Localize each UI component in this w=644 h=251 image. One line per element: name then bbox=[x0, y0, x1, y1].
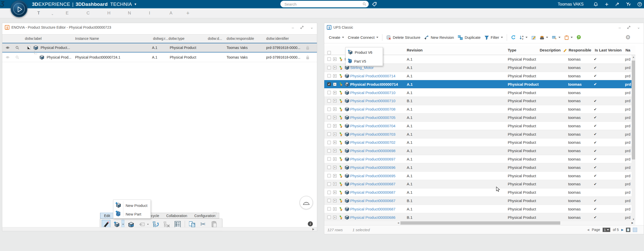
menu-item-new-part[interactable]: New Part bbox=[113, 210, 150, 218]
row-checkbox[interactable] bbox=[327, 205, 331, 213]
row-checkbox[interactable] bbox=[327, 72, 331, 80]
row-checkbox[interactable]: ✔ bbox=[327, 80, 331, 88]
col-instance-name[interactable]: Instance Name bbox=[75, 37, 99, 41]
product-link[interactable]: Physical Product00000695 bbox=[350, 174, 395, 178]
right-panel-minimize-icon[interactable]: – bbox=[619, 25, 621, 30]
add-content-icon[interactable]: + bbox=[605, 2, 608, 7]
visibility-eye-icon[interactable] bbox=[6, 52, 9, 62]
favorite-heart-icon[interactable]: ♡ bbox=[212, 211, 217, 217]
tab-t-chevron-down-icon[interactable]: ⌄ bbox=[51, 12, 54, 16]
search-row-icon[interactable] bbox=[15, 52, 19, 62]
scroll-right-icon[interactable]: ▶ bbox=[312, 228, 314, 230]
product-link[interactable]: Physical Product00000687 bbox=[350, 190, 395, 194]
visibility-eye-icon[interactable] bbox=[6, 43, 9, 52]
duplicate-button[interactable]: Duplicate bbox=[458, 35, 481, 40]
row-expand-icon[interactable]: + bbox=[333, 97, 336, 105]
action-tab-collaboration[interactable]: Collaboration bbox=[163, 213, 191, 219]
delete-structure-button[interactable]: Delete Structure bbox=[386, 35, 420, 40]
ups-table-row[interactable]: + Physical Product00000702 A.1 Physical … bbox=[324, 138, 632, 147]
product-link[interactable]: Physical Product00000705 bbox=[350, 115, 395, 120]
row-expand-icon[interactable]: + bbox=[333, 213, 336, 221]
left-panel-expand-icon[interactable] bbox=[300, 25, 304, 29]
page-view-mode-icon[interactable] bbox=[626, 228, 630, 232]
tab-i[interactable]: I bbox=[149, 11, 150, 16]
row-expand-icon[interactable]: + bbox=[333, 122, 336, 130]
product-link[interactable]: Physical Product00000710 bbox=[350, 91, 395, 95]
product-link[interactable]: Physical Product00000698 bbox=[350, 149, 395, 153]
row-checkbox[interactable] bbox=[327, 188, 331, 196]
ups-table-row[interactable]: + Physical Product00000686 B.1 Physical … bbox=[324, 213, 632, 221]
row-checkbox[interactable] bbox=[327, 114, 331, 122]
row-expand-icon[interactable]: + bbox=[333, 114, 336, 122]
product-link[interactable]: Physical Product00000687 bbox=[350, 207, 395, 211]
ups-table-row[interactable]: + Physical Product00000710 A.1 Physical … bbox=[324, 88, 632, 97]
environment-chevron-down-icon[interactable]: ▾ bbox=[134, 2, 136, 6]
filter-button[interactable]: Filter bbox=[484, 35, 503, 40]
col-ds6w-d[interactable]: ds6w:d... bbox=[208, 37, 222, 41]
search-icon[interactable] bbox=[363, 2, 366, 6]
expand-triangle-icon[interactable] bbox=[27, 43, 30, 52]
notifications-bell-icon[interactable] bbox=[593, 2, 598, 7]
menu-item-part-v5[interactable]: Part V5 bbox=[346, 57, 383, 66]
scroll-up-icon[interactable]: ▲ bbox=[632, 56, 635, 58]
search-input[interactable] bbox=[284, 2, 363, 7]
ups-table-row[interactable]: + Physical Product00000687 B.1 Physical … bbox=[324, 196, 632, 205]
row-checkbox[interactable] bbox=[327, 155, 331, 163]
col-description[interactable]: Description bbox=[540, 48, 561, 52]
col-is-last-version[interactable]: Is Last Version bbox=[595, 48, 622, 52]
col-ds6w-identifier[interactable]: ds6w:identifier bbox=[266, 37, 289, 41]
product-link[interactable]: Physical Product00000708 bbox=[350, 107, 395, 111]
product-link[interactable]: Stirling_Motor bbox=[350, 65, 374, 70]
help-icon[interactable] bbox=[637, 2, 642, 7]
product-link[interactable]: Physical Product00000687 bbox=[350, 182, 395, 186]
row-expand-icon[interactable]: + bbox=[333, 172, 336, 180]
row-expand-icon[interactable]: + bbox=[333, 205, 336, 213]
info-icon[interactable]: i bbox=[308, 221, 313, 226]
right-panel-chevron-down-icon[interactable]: ⌄ bbox=[637, 25, 640, 30]
ups-table-row[interactable]: + Physical Product00000697 A.1 Physical … bbox=[324, 155, 632, 163]
row-instance-name[interactable]: Physical Product00000724.1 bbox=[75, 52, 120, 62]
col-ds6wg-r[interactable]: ds6wg:r... bbox=[153, 37, 168, 41]
left-panel-chevron-down-icon[interactable]: ⌄ bbox=[310, 25, 313, 30]
ups-table-row[interactable]: + Physical Product00000687 A.1 Physical … bbox=[324, 180, 632, 188]
row-checkbox[interactable] bbox=[327, 172, 331, 180]
row-checkbox[interactable] bbox=[327, 138, 331, 147]
brand-environment[interactable]: TECHNIA bbox=[110, 2, 132, 7]
row-checkbox[interactable] bbox=[327, 163, 331, 171]
col-ds6w-label[interactable]: ds6w:label bbox=[25, 37, 42, 41]
ups-table-row[interactable]: + Physical Product00000704 A.1 Physical … bbox=[324, 121, 632, 130]
action-tab-edit[interactable]: Edit bbox=[100, 213, 114, 219]
tab-n[interactable]: N bbox=[128, 11, 131, 16]
list-view-mode-icon[interactable] bbox=[633, 228, 637, 232]
ups-table-row[interactable]: + Physical Product00000708 A.1 Physical … bbox=[324, 105, 632, 113]
ups-table-row[interactable]: ✔ + Physical Product00000714 A.1 Physica… bbox=[324, 80, 632, 88]
row-checkbox[interactable] bbox=[327, 88, 331, 97]
col-ds6w-responsible[interactable]: ds6w:responsible bbox=[227, 37, 254, 41]
col-revision[interactable]: Revision bbox=[407, 48, 423, 52]
row-label[interactable]: Physical Product... bbox=[41, 43, 70, 52]
new-revision-button[interactable]: New Revision bbox=[424, 35, 454, 40]
help-green-button[interactable] bbox=[577, 35, 581, 40]
row-checkbox[interactable] bbox=[327, 122, 331, 130]
add-tab-button[interactable]: + bbox=[186, 10, 190, 16]
ups-table-row[interactable]: + Physical Product00000696 A.1 Physical … bbox=[324, 163, 632, 171]
search-row-icon[interactable] bbox=[15, 43, 19, 52]
row-checkbox[interactable] bbox=[327, 213, 331, 221]
ups-table-row[interactable]: + Physical Product00000703 A.1 Physical … bbox=[324, 130, 632, 138]
col-type[interactable]: Type bbox=[508, 48, 516, 52]
mass-edit-button[interactable] bbox=[531, 35, 536, 40]
ups-table-row[interactable]: + Physical Product00000710 B.1 Physical … bbox=[324, 97, 632, 105]
product-link[interactable]: Physical Product00000710 bbox=[350, 99, 395, 103]
row-expand-icon[interactable]: + bbox=[333, 163, 336, 171]
row-checkbox[interactable] bbox=[327, 147, 331, 155]
left-panel-horizontal-scrollbar[interactable]: ▶ bbox=[2, 227, 317, 231]
product-link[interactable]: Physical Product00000702 bbox=[350, 140, 395, 145]
vertical-scrollbar[interactable]: ▲ ▼ bbox=[632, 55, 635, 221]
tab-h[interactable]: H bbox=[107, 11, 110, 16]
prev-page-icon[interactable]: ◀ bbox=[587, 228, 589, 231]
row-expand-icon[interactable]: + bbox=[333, 188, 336, 196]
ups-table-row[interactable]: + Physical Product00000687 A.1 Physical … bbox=[324, 188, 632, 196]
product-link[interactable]: Physical Product00000696 bbox=[350, 165, 395, 170]
row-label[interactable]: Physical Prod... bbox=[47, 52, 71, 62]
assistant-hardhat-icon[interactable] bbox=[300, 196, 313, 209]
